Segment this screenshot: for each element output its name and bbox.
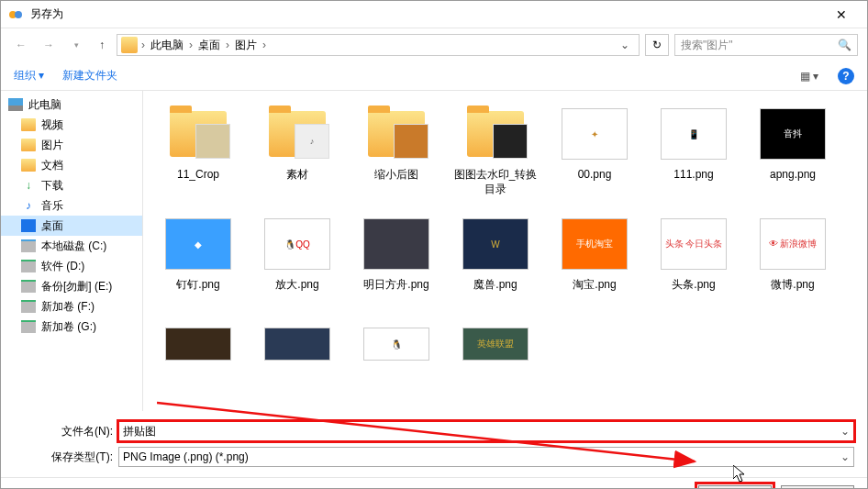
file-item[interactable]: 明日方舟.png xyxy=(347,210,446,320)
sidebar-item-label: 视频 xyxy=(41,117,63,133)
chevron-down-icon: ⌄ xyxy=(840,450,850,463)
file-label: 钉钉.png xyxy=(176,278,219,293)
recent-dropdown[interactable]: ▾ xyxy=(65,34,87,56)
folder-icon xyxy=(21,118,36,131)
up-button[interactable]: ↑ xyxy=(93,36,111,54)
desk-icon xyxy=(21,219,36,232)
close-button[interactable]: ✕ xyxy=(823,7,860,22)
file-item[interactable]: ✦00.png xyxy=(545,100,644,210)
file-item[interactable]: ◆钉钉.png xyxy=(149,210,248,320)
file-item[interactable]: 🐧QQ放大.png xyxy=(248,210,347,320)
file-label: 素材 xyxy=(286,168,308,183)
sidebar-item-label: 本地磁盘 (C:) xyxy=(41,239,106,254)
file-label: 魔兽.png xyxy=(473,278,517,293)
file-thumbnail: 🐧QQ xyxy=(264,214,330,274)
file-label: 淘宝.png xyxy=(573,278,616,293)
svg-point-1 xyxy=(15,11,22,18)
view-options-button[interactable]: ▦ ▾ xyxy=(799,68,819,84)
toolbar: 组织 ▾ 新建文件夹 ▦ ▾ ? xyxy=(1,61,867,91)
sidebar-item-label: 下载 xyxy=(41,178,63,194)
address-dropdown-icon[interactable]: ⌄ xyxy=(615,39,635,51)
new-folder-button[interactable]: 新建文件夹 xyxy=(62,68,117,83)
file-item[interactable]: 🐧 xyxy=(347,320,446,364)
file-item[interactable]: 图图去水印_转换目录 xyxy=(446,100,545,210)
chevron-right-icon: › xyxy=(262,39,266,51)
sidebar-item[interactable]: 视频 xyxy=(1,115,142,135)
chevron-down-icon[interactable]: ⌄ xyxy=(840,425,850,438)
file-label: 缩小后图 xyxy=(374,168,418,183)
sidebar-item-label: 图片 xyxy=(41,138,63,153)
navbar: ← → ▾ ↑ › 此电脑 › 桌面 › 图片 › ⌄ ↻ 搜索"图片" 🔍 xyxy=(1,28,867,61)
file-pane[interactable]: 11_Crop♪素材缩小后图图图去水印_转换目录✦00.png📱111.png音… xyxy=(143,91,867,411)
sidebar-item[interactable]: 软件 (D:) xyxy=(1,256,142,276)
refresh-button[interactable]: ↻ xyxy=(645,34,669,56)
file-thumbnail xyxy=(462,104,529,164)
file-label: 11_Crop xyxy=(177,168,219,183)
folder-icon xyxy=(21,139,36,151)
search-input[interactable]: 搜索"图片" 🔍 xyxy=(674,34,858,56)
file-item[interactable]: 📱111.png xyxy=(644,100,743,210)
file-item[interactable] xyxy=(248,320,347,364)
pc-icon xyxy=(8,98,23,111)
addressbar[interactable]: › 此电脑 › 桌面 › 图片 › ⌄ xyxy=(117,34,640,56)
file-thumbnail xyxy=(363,214,429,274)
file-thumbnail: ◆ xyxy=(165,214,231,274)
file-item[interactable]: W魔兽.png xyxy=(446,210,545,320)
sidebar-item-label: 新加卷 (F:) xyxy=(41,299,95,315)
file-thumbnail xyxy=(363,104,429,164)
breadcrumb-seg[interactable]: 桌面 xyxy=(193,38,226,53)
search-icon: 🔍 xyxy=(838,39,851,51)
file-item[interactable]: 头条 今日头条头条.png xyxy=(644,210,743,320)
file-item[interactable] xyxy=(149,320,248,364)
breadcrumb-seg[interactable]: 此电脑 xyxy=(145,38,189,53)
file-label: 00.png xyxy=(578,168,612,183)
sidebar: 此电脑视频图片文档↓下载♪音乐桌面本地磁盘 (C:)软件 (D:)备份[勿删] … xyxy=(1,91,143,411)
sidebar-item[interactable]: 本地磁盘 (C:) xyxy=(1,236,142,256)
file-label: 图图去水印_转换目录 xyxy=(450,168,541,196)
organize-menu[interactable]: 组织 ▾ xyxy=(14,68,44,83)
breadcrumb-seg[interactable]: 图片 xyxy=(229,38,262,53)
drive-icon xyxy=(21,239,36,252)
back-button[interactable]: ← xyxy=(10,34,32,56)
file-item[interactable]: 音抖apng.png xyxy=(743,100,842,210)
sidebar-item[interactable]: 图片 xyxy=(1,135,142,155)
file-thumbnail: ♪ xyxy=(264,104,330,164)
folder-icon xyxy=(121,37,138,53)
file-label: apng.png xyxy=(770,168,816,183)
sidebar-item-label: 桌面 xyxy=(41,218,63,234)
file-thumbnail: 🐧 xyxy=(363,324,429,364)
file-thumbnail: 音抖 xyxy=(760,104,826,164)
file-item[interactable]: 11_Crop xyxy=(149,100,248,210)
file-item[interactable]: ♪素材 xyxy=(248,100,347,210)
drive-g-icon xyxy=(21,260,36,272)
file-label: 头条.png xyxy=(672,278,715,293)
file-item[interactable]: 英雄联盟 xyxy=(446,320,545,364)
sidebar-item[interactable]: 文档 xyxy=(1,155,142,175)
titlebar: 另存为 ✕ xyxy=(1,1,867,28)
sidebar-item[interactable]: ♪音乐 xyxy=(1,195,142,216)
cancel-button[interactable]: 取消 xyxy=(781,485,854,490)
sidebar-item[interactable]: 备份[勿删] (E:) xyxy=(1,276,142,296)
drive-g-icon xyxy=(21,300,36,313)
file-thumbnail: 👁 新浪微博 xyxy=(760,214,826,274)
app-icon xyxy=(8,7,23,22)
filename-input[interactable]: 拼贴图 ⌄ xyxy=(118,421,854,441)
file-thumbnail: 英雄联盟 xyxy=(462,324,529,364)
file-label: 明日方舟.png xyxy=(363,278,428,293)
file-label: 111.png xyxy=(673,168,713,183)
sidebar-item[interactable]: 此电脑 xyxy=(1,94,142,115)
sidebar-item[interactable]: 桌面 xyxy=(1,216,142,236)
sidebar-item[interactable]: 新加卷 (F:) xyxy=(1,296,142,317)
save-button[interactable]: 保存(S) xyxy=(698,485,772,490)
dl-icon: ↓ xyxy=(21,179,36,192)
sidebar-item-label: 此电脑 xyxy=(28,97,61,113)
sidebar-item[interactable]: 新加卷 (G:) xyxy=(1,317,142,337)
file-item[interactable]: 缩小后图 xyxy=(347,100,446,210)
filetype-combo[interactable]: PNG Image (.png) (*.png) ⌄ xyxy=(118,447,854,467)
sidebar-item[interactable]: ↓下载 xyxy=(1,175,142,195)
sidebar-item-label: 软件 (D:) xyxy=(41,259,84,274)
file-item[interactable]: 👁 新浪微博微博.png xyxy=(743,210,842,320)
help-button[interactable]: ? xyxy=(838,68,854,84)
sidebar-item-label: 新加卷 (G:) xyxy=(41,319,96,335)
file-item[interactable]: 手机淘宝淘宝.png xyxy=(545,210,644,320)
